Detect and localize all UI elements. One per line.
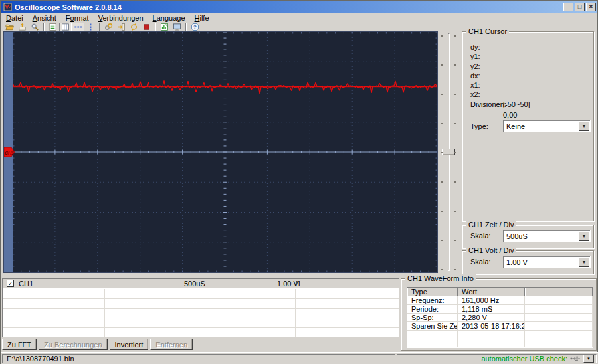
slider-tick	[441, 94, 443, 95]
volt-div-group: CH1 Volt / Div Skala: 1.00 V ▼	[462, 250, 594, 274]
cursor-field-dx: dx:	[470, 71, 593, 80]
time-scale-value: 500uS	[504, 232, 578, 240]
menu-bar: DateiAnsichtFormatVerbindungenLanguageHi…	[1, 13, 597, 23]
info-cell	[458, 331, 525, 339]
volt-scale-value: 1.00 V	[504, 258, 578, 266]
scope-plot[interactable]	[13, 32, 437, 272]
info-row	[407, 331, 593, 339]
info-row	[407, 339, 593, 348]
info-cell: Sparen Sie Zeit:	[407, 322, 458, 330]
maximize-button[interactable]: □	[575, 3, 585, 11]
list-row-empty[interactable]	[3, 318, 399, 328]
cursor-field-y1: y1:	[470, 52, 593, 61]
print-preview-icon[interactable]	[29, 23, 41, 31]
info-header-cell[interactable]: Wert	[458, 288, 525, 296]
info-row: Sparen Sie Zeit:2013-05-18 17:16:28	[407, 322, 593, 331]
grid-icon[interactable]	[59, 23, 72, 31]
list-row-empty[interactable]	[3, 289, 399, 299]
slider-tick	[454, 181, 456, 183]
info-header-cell[interactable]: Type	[407, 288, 458, 296]
info-cell: 2013-05-18 17:16:28	[458, 322, 525, 330]
cursor-field-y2: y2:	[470, 62, 593, 71]
list-row-empty[interactable]	[3, 309, 399, 319]
volt-scale-label: Skala:	[470, 258, 491, 266]
menu-verbindungen[interactable]: Verbindungen	[94, 13, 148, 23]
usb-icon	[570, 355, 581, 362]
slider-tick	[441, 181, 443, 183]
list-column-divider	[104, 289, 105, 337]
position-slider[interactable]	[439, 31, 458, 273]
time-scale-select[interactable]: 500uS ▼	[503, 230, 591, 242]
status-bar: E:\a\1308770491.bin automatischer USB ch…	[1, 352, 598, 364]
channel-visible-checkbox[interactable]: ✓	[7, 280, 14, 287]
channel-buttons: Zu FFTZu BerechnungenInvertiertEntfernen	[2, 339, 193, 351]
cursor-group: CH1 Cursor dy:y1:y2:dx:x1:x2: Divisionen…	[462, 31, 594, 221]
horizontal-cursor-icon[interactable]	[72, 23, 84, 31]
monitor-icon[interactable]	[171, 23, 183, 31]
volt-div-title: CH1 Volt / Div	[466, 246, 516, 254]
cursor-type-label: Type:	[470, 122, 488, 130]
stop-icon[interactable]	[140, 23, 153, 31]
slider-thumb[interactable]	[442, 149, 455, 155]
time-scale-label: Skala:	[470, 232, 491, 240]
help-icon[interactable]: ?	[189, 23, 201, 31]
info-cell	[407, 331, 458, 339]
channel-list-body	[3, 289, 399, 337]
divisions-range: [-50~50]	[503, 100, 530, 108]
info-table-header: TypeWert	[407, 288, 593, 296]
scope-display[interactable]: CH1	[3, 31, 438, 273]
svg-text:CH1: CH1	[5, 151, 14, 155]
app-icon	[3, 3, 12, 11]
menu-language[interactable]: Language	[148, 13, 190, 23]
toolbar-separator	[155, 23, 156, 31]
channel-list-icon[interactable]	[47, 23, 59, 31]
export-icon[interactable]	[158, 23, 171, 31]
connect-icon[interactable]	[102, 23, 115, 31]
open-folder-icon[interactable]	[3, 23, 16, 31]
info-header-cell[interactable]	[525, 288, 593, 296]
svg-text:?: ?	[193, 24, 197, 30]
info-cell	[407, 339, 458, 347]
slider-tick	[441, 152, 443, 153]
time-div-group: CH1 Zeit / Div Skala: 500uS ▼	[462, 225, 594, 248]
channel-name: CH1	[19, 280, 33, 288]
usb-check-dropdown[interactable]: ▼	[583, 355, 594, 363]
info-cell	[525, 314, 593, 321]
channel-row-ch1[interactable]: ✓ CH1 500uS 1.00 V /1	[3, 279, 399, 288]
volt-scale-select[interactable]: 1.00 V ▼	[503, 256, 591, 268]
minimize-button[interactable]: _	[563, 3, 573, 11]
app-window: Oscilloscope Software 2.0.8.14 _ □ × Dat…	[0, 0, 598, 364]
info-cell: 161,000 Hz	[458, 296, 525, 304]
slider-tick	[454, 152, 456, 153]
channel-timebase: 500uS	[184, 280, 205, 288]
menu-ansicht[interactable]: Ansicht	[28, 13, 61, 23]
status-usb-cell: automatischer USB check: ▼	[397, 354, 597, 363]
cursor-type-select[interactable]: Keine ▼	[503, 120, 591, 132]
list-row-empty[interactable]	[3, 299, 399, 309]
time-div-title: CH1 Zeit / Div	[466, 221, 516, 228]
slider-tick	[441, 211, 443, 212]
status-file-cell: E:\a\1308770491.bin	[2, 354, 395, 363]
cursor-type-value: Keine	[504, 122, 578, 130]
channel-ground-marker[interactable]: CH1	[4, 147, 15, 157]
cursor-field-x1: x1:	[470, 80, 593, 90]
menu-datei[interactable]: Datei	[1, 13, 28, 23]
cursor-field-x2: x2:	[470, 90, 593, 99]
inverted-button[interactable]: Invertiert	[110, 339, 149, 350]
import-icon[interactable]	[115, 23, 128, 31]
chevron-down-icon[interactable]: ▼	[579, 121, 589, 131]
menu-format[interactable]: Format	[61, 13, 94, 23]
usb-check-label: automatischer USB check:	[481, 355, 567, 363]
refresh-icon[interactable]	[128, 23, 140, 31]
divisions-label: Divisionen:	[470, 100, 506, 108]
cursor-group-title: CH1 Cursor	[466, 27, 509, 35]
vertical-cursor-icon[interactable]	[84, 23, 97, 31]
chevron-down-icon[interactable]: ▼	[579, 231, 589, 241]
list-row-empty[interactable]	[3, 328, 399, 337]
to-fft-button[interactable]: Zu FFT	[2, 339, 37, 350]
save-icon[interactable]	[16, 23, 29, 31]
info-table-body: Frequenz:161,000 HzPeriode:1,118 mSSp-Sp…	[407, 296, 593, 348]
chevron-down-icon[interactable]: ▼	[579, 257, 589, 267]
menu-hilfe[interactable]: Hilfe	[190, 13, 214, 23]
close-button[interactable]: ×	[586, 3, 596, 11]
